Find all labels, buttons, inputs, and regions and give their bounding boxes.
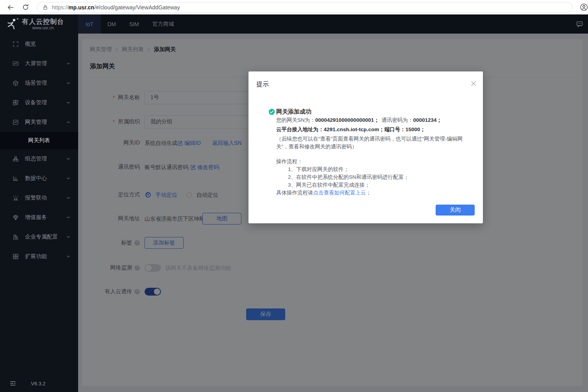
address-bar[interactable]: https://mp.usr.cn/#/cloud/gateway/ViewAd… xyxy=(37,2,572,13)
back-arrow-icon xyxy=(7,4,14,11)
chevron-down-icon xyxy=(66,157,70,161)
usr-person-logo-icon xyxy=(5,18,19,31)
chevron-down-icon xyxy=(66,216,70,219)
sidebar-item-label: 设备管理 xyxy=(25,99,66,106)
sidebar-item-overview[interactable]: 概览 xyxy=(0,34,78,54)
profile-icon xyxy=(580,3,588,11)
dialog-close-button[interactable] xyxy=(471,81,476,86)
server-address-line: 云平台接入地址为：4291.cnsh.iot-tcp.com；端口号：15000… xyxy=(276,126,474,134)
flow-step: 3、网关已在软件中配置完成连接； xyxy=(288,181,474,189)
sidebar-item-extensions[interactable]: 扩展功能 xyxy=(0,247,78,266)
password-value: 00001234； xyxy=(413,117,442,123)
brand-logo[interactable]: 有人云控制台 www.usr.cn xyxy=(0,14,78,34)
success-check-icon xyxy=(268,109,275,115)
gateway-icon xyxy=(13,119,19,125)
sidebar-item-label: 报警联动 xyxy=(25,194,66,201)
tab-sim-label: SIM xyxy=(129,21,139,27)
top-navigation: IoT DM SIM 官方商城 xyxy=(78,14,588,34)
browser-toolbar: https://mp.usr.cn/#/cloud/gateway/ViewAd… xyxy=(0,0,588,14)
chat-bubble-icon xyxy=(576,21,583,27)
configuration-icon xyxy=(13,156,19,162)
sidebar-item-scene-mgmt[interactable]: 场景管理 xyxy=(0,73,78,93)
sidebar-subitem-label: 网关列表 xyxy=(28,137,50,144)
url-path: /#/cloud/gateway/ViewAddGateway xyxy=(94,4,180,11)
sidebar-menu: 概览 大屏管理 场景管理 设备管理 网关管理 xyxy=(0,34,78,266)
sidebar-item-enterprise-config[interactable]: 企业专属配置 xyxy=(0,227,78,247)
flow-step: 2、在软件中把系统分配的SN和通讯密码进行配置； xyxy=(288,173,474,181)
tab-iot[interactable]: IoT xyxy=(78,14,101,34)
message-button[interactable] xyxy=(576,21,583,27)
scene-icon xyxy=(13,80,19,86)
sidebar-item-configuration-mgmt[interactable]: 组态管理 xyxy=(0,149,78,169)
dialog-title: 提示 xyxy=(256,80,269,89)
brand-text: 有人云控制台 www.usr.cn xyxy=(22,18,64,30)
data-center-icon xyxy=(13,175,19,182)
chevron-down-icon xyxy=(66,196,70,200)
alarm-icon xyxy=(13,195,19,201)
screen-icon xyxy=(13,61,19,67)
tab-official-store-label: 官方商城 xyxy=(152,21,174,28)
sidebar-item-label: 场景管理 xyxy=(25,80,66,87)
value-service-icon xyxy=(13,214,19,221)
success-dialog: 提示 网关添加成功 您的网关SN为：00004291000000000001；通… xyxy=(248,71,483,223)
sidebar-item-screen-mgmt[interactable]: 大屏管理 xyxy=(0,54,78,73)
dialog-note: （后续您也可以在“查看”页面查看网关的通讯密码，也可以通过“网关管理-编辑网关”… xyxy=(276,135,474,151)
tab-iot-label: IoT xyxy=(86,21,93,27)
url-host: mp.usr.cn xyxy=(68,4,94,11)
sidebar-item-label: 组态管理 xyxy=(25,155,66,162)
chevron-down-icon xyxy=(66,235,70,239)
dialog-close-confirm-button[interactable]: 关闭 xyxy=(436,205,475,216)
flow-title: 操作流程： xyxy=(276,158,474,166)
sidebar-item-label: 网关管理 xyxy=(25,119,66,126)
dialog-body: 网关添加成功 您的网关SN为：00004291000000000001；通讯密码… xyxy=(276,108,474,197)
sidebar-item-label: 扩展功能 xyxy=(25,253,66,260)
tab-official-store[interactable]: 官方商城 xyxy=(146,14,181,34)
extension-icon xyxy=(13,253,19,260)
collapse-menu-icon xyxy=(10,380,16,387)
browser-reload-button[interactable] xyxy=(18,2,33,13)
reload-icon xyxy=(22,4,29,11)
sidebar-item-label: 数据中心 xyxy=(25,175,66,182)
brand-subtitle: www.usr.cn xyxy=(22,25,64,30)
app-shell: IoT DM SIM 官方商城 有人云控制台 www.usr.cn xyxy=(0,14,588,392)
lock-icon xyxy=(43,5,48,10)
sn-value: 00004291000000000001； xyxy=(315,117,379,123)
brand-title: 有人云控制台 xyxy=(22,18,64,25)
browser-profile-button[interactable] xyxy=(579,2,588,12)
url-scheme: https:// xyxy=(52,4,68,11)
sidebar-item-label: 概览 xyxy=(25,41,70,48)
sidebar-item-value-services[interactable]: 增值服务 xyxy=(0,208,78,227)
sidebar-item-gateway-mgmt[interactable]: 网关管理 xyxy=(0,112,78,132)
tab-dm[interactable]: DM xyxy=(101,14,123,34)
success-title: 网关添加成功 xyxy=(276,108,474,116)
sidebar-item-device-mgmt[interactable]: 设备管理 xyxy=(0,93,78,112)
tab-sim[interactable]: SIM xyxy=(123,14,146,34)
sidebar: 有人云控制台 www.usr.cn 概览 大屏管理 场景管理 设备管理 xyxy=(0,14,78,392)
chevron-down-icon xyxy=(66,255,70,258)
sidebar-item-label: 增值服务 xyxy=(25,214,66,221)
version-label: V6.3.2 xyxy=(31,381,46,387)
sidebar-item-label: 大屏管理 xyxy=(25,60,66,67)
url-text: https://mp.usr.cn/#/cloud/gateway/ViewAd… xyxy=(52,4,180,11)
chevron-up-icon xyxy=(66,120,70,124)
flow-steps: 1、下载对应网关的软件； 2、在软件中把系统分配的SN和通讯密码进行配置； 3、… xyxy=(276,166,474,189)
sidebar-item-alarm-linkage[interactable]: 报警联动 xyxy=(0,188,78,208)
device-icon xyxy=(13,100,19,106)
flow-final-line: 具体操作流程请点击查看如何配置上云； xyxy=(276,189,474,197)
chevron-down-icon xyxy=(66,81,70,85)
tab-dm-label: DM xyxy=(107,21,116,27)
how-to-configure-link[interactable]: 点击查看如何配置上云 xyxy=(313,190,366,196)
browser-back-button[interactable] xyxy=(3,2,18,13)
close-icon xyxy=(471,81,476,86)
sn-line: 您的网关SN为：00004291000000000001；通讯密码为：00001… xyxy=(276,116,474,124)
collapse-sidebar-button[interactable] xyxy=(10,380,16,387)
sidebar-subitem-gateway-list[interactable]: 网关列表 xyxy=(0,132,78,149)
chevron-down-icon xyxy=(66,101,70,105)
sidebar-item-label: 企业专属配置 xyxy=(25,233,66,241)
overview-icon xyxy=(13,41,19,47)
enterprise-icon xyxy=(13,234,19,240)
sidebar-footer: V6.3.2 xyxy=(0,378,78,389)
sidebar-item-data-center[interactable]: 数据中心 xyxy=(0,169,78,188)
flow-step: 1、下载对应网关的软件； xyxy=(288,166,474,173)
chevron-down-icon xyxy=(66,176,70,180)
